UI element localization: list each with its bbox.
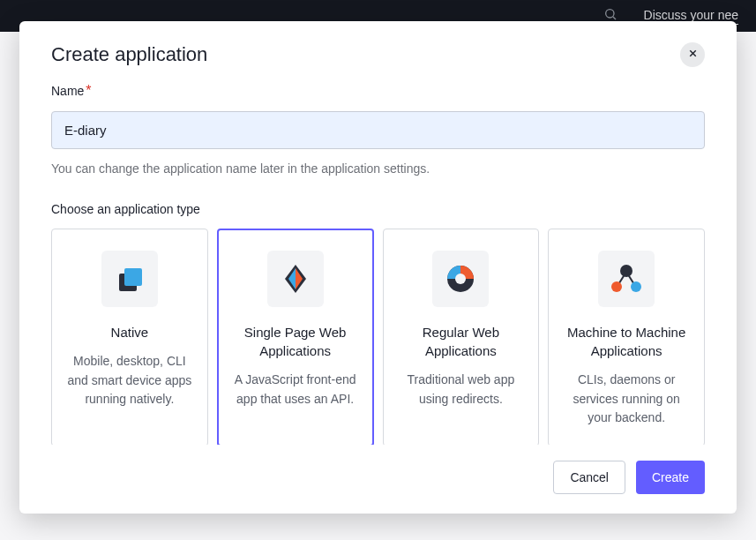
type-title: Regular Web Applications (394, 323, 528, 360)
name-helper-text: You can change the application name late… (51, 161, 705, 176)
svg-rect-5 (124, 268, 142, 286)
m2m-icon (598, 251, 655, 307)
name-label: Name (51, 84, 84, 98)
name-field-group: Name* You can change the application nam… (51, 83, 705, 176)
type-desc: CLIs, daemons or services running on you… (559, 371, 693, 428)
modal-body: Name* You can change the application nam… (19, 83, 737, 445)
svg-point-13 (620, 265, 632, 277)
create-button[interactable]: Create (636, 461, 705, 494)
regular-web-icon (432, 251, 489, 307)
svg-point-0 (605, 10, 613, 18)
svg-point-14 (611, 281, 622, 292)
spa-icon (267, 251, 324, 307)
type-desc: A JavaScript front-end app that uses an … (228, 371, 363, 409)
app-type-grid: Native Mobile, desktop, CLI and smart de… (51, 229, 705, 445)
app-type-section-label: Choose an application type (51, 202, 705, 216)
svg-point-10 (455, 274, 466, 284)
create-application-modal: Create application Name* You can change … (19, 21, 737, 514)
modal-header: Create application (19, 21, 737, 83)
svg-line-1 (613, 17, 616, 19)
type-title: Native (63, 323, 197, 341)
type-card-m2m[interactable]: Machine to Machine Applications CLIs, da… (548, 229, 705, 445)
type-title: Machine to Machine Applications (559, 323, 693, 360)
svg-point-15 (631, 281, 641, 292)
modal-footer: Cancel Create (19, 445, 737, 514)
type-title: Single Page Web Applications (228, 323, 363, 360)
cancel-button[interactable]: Cancel (553, 461, 625, 494)
type-desc: Traditional web app using redirects. (394, 371, 528, 409)
close-icon (687, 47, 699, 63)
close-button[interactable] (680, 42, 705, 67)
type-card-native[interactable]: Native Mobile, desktop, CLI and smart de… (51, 229, 208, 445)
native-icon (101, 251, 158, 307)
name-input[interactable] (51, 111, 705, 149)
type-card-regular-web[interactable]: Regular Web Applications Traditional web… (383, 229, 540, 445)
required-indicator: * (86, 83, 91, 98)
type-card-spa[interactable]: Single Page Web Applications A JavaScrip… (217, 229, 374, 445)
type-desc: Mobile, desktop, CLI and smart device ap… (63, 352, 197, 409)
modal-title: Create application (51, 43, 207, 66)
